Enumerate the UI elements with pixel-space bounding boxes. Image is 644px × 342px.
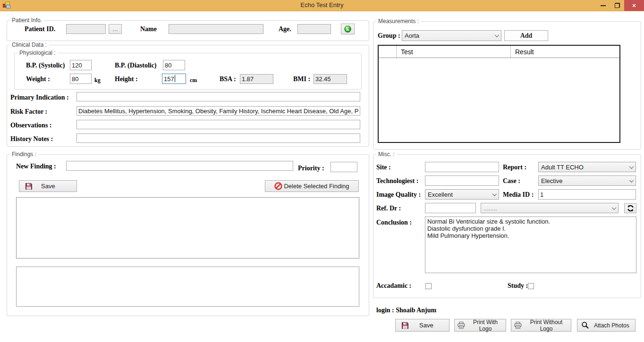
chevron-down-icon bbox=[610, 203, 618, 213]
image-quality-combobox[interactable]: Excellent bbox=[425, 189, 499, 200]
floppy-disk-icon bbox=[401, 322, 409, 329]
group-label: Group : bbox=[378, 32, 400, 40]
case-label: Case : bbox=[503, 177, 520, 185]
minimize-button[interactable] bbox=[596, 0, 610, 11]
bmi-label: BMI : bbox=[293, 75, 310, 83]
history-notes-label: History Notes : bbox=[10, 135, 53, 143]
print-without-logo-button[interactable]: Print Without Logo bbox=[511, 319, 571, 332]
physiological-legend: Physiological : bbox=[17, 50, 58, 56]
printer-icon bbox=[458, 322, 465, 329]
ref-dr-combobox-value: ........ bbox=[481, 203, 610, 213]
findings-list[interactable] bbox=[16, 197, 359, 259]
physiological-group: Physiological : bbox=[14, 53, 362, 90]
save-finding-label: Save bbox=[41, 183, 55, 190]
measurements-table[interactable]: Test Result bbox=[378, 45, 620, 143]
bsa-input[interactable] bbox=[240, 74, 273, 84]
media-id-input[interactable] bbox=[538, 189, 636, 200]
bp-diastolic-label: B.P. (Diastolic) bbox=[115, 62, 157, 69]
print-with-logo-button[interactable]: Print With Logo bbox=[454, 319, 506, 332]
bp-diastolic-input[interactable] bbox=[163, 60, 185, 70]
findings-notes[interactable] bbox=[16, 267, 359, 307]
height-input[interactable] bbox=[162, 74, 186, 84]
height-label: Height : bbox=[115, 75, 138, 83]
priority-label: Priority : bbox=[298, 165, 324, 172]
new-finding-input[interactable] bbox=[66, 161, 293, 171]
printer-icon bbox=[514, 322, 522, 329]
delete-prohibition-icon bbox=[274, 182, 282, 190]
primary-indication-label: Primary Indication : bbox=[10, 94, 69, 101]
refresh-icon bbox=[627, 205, 634, 212]
name-input[interactable] bbox=[169, 24, 263, 34]
ref-dr-combobox[interactable]: ........ bbox=[481, 203, 619, 213]
weight-label: Weight : bbox=[26, 75, 50, 83]
print-without-logo-label: Print Without Logo bbox=[525, 319, 568, 332]
technologiest-input[interactable] bbox=[425, 175, 499, 186]
add-measurement-button[interactable]: Add bbox=[504, 30, 548, 41]
edit-patient-button[interactable]: E bbox=[341, 24, 355, 34]
chevron-down-icon bbox=[627, 162, 636, 172]
attach-photos-button[interactable]: Attach Photos bbox=[577, 319, 636, 332]
conclusion-label: Conclusion : bbox=[376, 219, 412, 226]
patient-browse-button[interactable]: ... bbox=[109, 24, 122, 34]
result-column-header: Result bbox=[511, 46, 619, 58]
save-button[interactable]: Save bbox=[395, 319, 449, 332]
conclusion-textarea[interactable]: Normal Bi Ventricular size & systolic fu… bbox=[425, 217, 636, 273]
site-input[interactable] bbox=[425, 162, 499, 172]
patient-info-legend: Patient Info. bbox=[10, 17, 44, 24]
ref-dr-label: Ref. Dr : bbox=[376, 205, 401, 212]
findings-legend: Findings : bbox=[10, 151, 38, 158]
age-label: Age. bbox=[279, 25, 291, 33]
observations-label: Observations : bbox=[10, 122, 52, 129]
close-button[interactable]: × bbox=[624, 0, 644, 11]
weight-input[interactable] bbox=[70, 74, 92, 84]
group-combobox[interactable]: Aorta bbox=[402, 30, 501, 41]
name-label: Name bbox=[140, 25, 157, 33]
new-finding-label: New Finding : bbox=[16, 163, 56, 170]
delete-selected-finding-label: Delete Selected Finding bbox=[284, 183, 349, 190]
weight-unit-label: kg bbox=[94, 77, 101, 84]
accadamic-checkbox[interactable] bbox=[425, 283, 432, 289]
title-bar: Echo Test Entry × bbox=[0, 0, 644, 11]
print-with-logo-label: Print With Logo bbox=[468, 319, 503, 332]
save-finding-button[interactable]: Save bbox=[19, 180, 77, 192]
risk-factor-label: Risk Factor : bbox=[10, 108, 47, 116]
priority-input[interactable] bbox=[330, 162, 357, 172]
report-combobox[interactable]: Adult TT ECHO bbox=[538, 162, 636, 172]
image-quality-label: Image Quality : bbox=[376, 191, 421, 199]
primary-indication-input[interactable] bbox=[76, 92, 360, 101]
chevron-down-icon bbox=[493, 31, 501, 41]
text-caret bbox=[175, 75, 175, 82]
magnifier-icon bbox=[581, 321, 589, 329]
row-selector-column-header bbox=[379, 46, 397, 58]
ref-dr-input[interactable] bbox=[425, 203, 476, 213]
bmi-input[interactable] bbox=[314, 74, 347, 84]
attach-photos-label: Attach Photos bbox=[594, 322, 629, 329]
case-combobox-value: Elective bbox=[539, 176, 627, 185]
group-combobox-value: Aorta bbox=[402, 31, 493, 41]
chevron-down-icon bbox=[491, 190, 499, 199]
restore-button[interactable] bbox=[610, 0, 624, 11]
bp-systolic-input[interactable] bbox=[70, 60, 92, 70]
history-notes-input[interactable] bbox=[76, 133, 360, 143]
patient-id-input[interactable] bbox=[66, 24, 106, 34]
technologiest-label: Technologiest : bbox=[376, 177, 418, 185]
case-combobox[interactable]: Elective bbox=[538, 175, 636, 186]
echo-test-entry-window: Echo Test Entry × Patient Info. Patient … bbox=[0, 0, 644, 342]
refresh-ref-dr-button[interactable] bbox=[624, 203, 636, 213]
measurements-table-header: Test Result bbox=[379, 46, 619, 58]
clinical-data-legend: Clinical Data : bbox=[10, 42, 49, 48]
study-checkbox[interactable] bbox=[528, 283, 534, 289]
misc-legend: Misc. : bbox=[376, 151, 397, 158]
observations-input[interactable] bbox=[76, 120, 360, 129]
close-icon: × bbox=[632, 2, 636, 9]
image-quality-combobox-value: Excellent bbox=[425, 190, 491, 199]
patient-id-label: Patient ID. bbox=[25, 25, 55, 33]
green-e-icon: E bbox=[344, 25, 351, 33]
height-unit-label: cm bbox=[190, 77, 197, 84]
minimize-icon bbox=[601, 5, 606, 6]
age-input[interactable] bbox=[297, 24, 331, 34]
bp-systolic-label: B.P. (Systolic) bbox=[26, 62, 65, 69]
delete-selected-finding-button[interactable]: Delete Selected Finding bbox=[265, 180, 359, 192]
risk-factor-input[interactable] bbox=[76, 106, 360, 116]
media-id-label: Media ID : bbox=[503, 191, 534, 199]
